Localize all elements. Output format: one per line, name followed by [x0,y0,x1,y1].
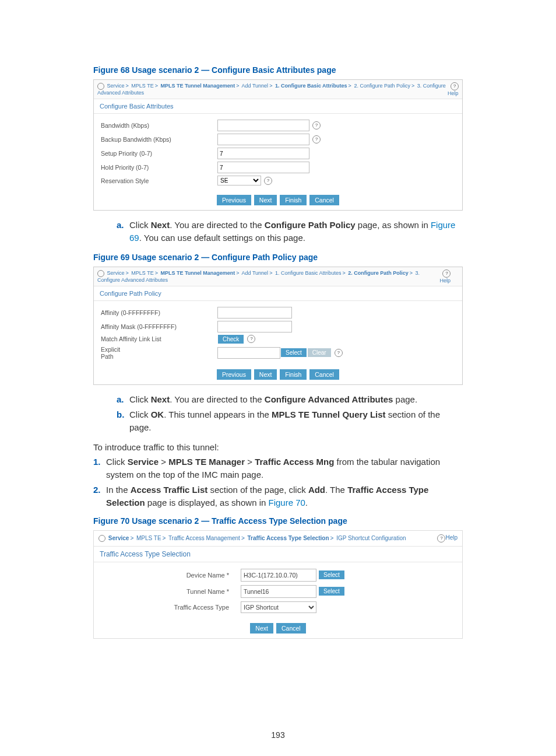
section-header: Traffic Access Type Selection [94,546,462,562]
list-marker: a. [117,393,129,406]
hold-priority-input[interactable] [217,162,309,173]
figure68-panel: Service> MPLS TE> MPLS TE Tunnel Managem… [93,79,463,211]
help-icon: ? [451,82,459,90]
check-button[interactable]: Check [218,335,244,344]
tunnel-name-input[interactable] [241,585,316,598]
device-name-input[interactable] [241,569,316,582]
help-icon[interactable]: ? [312,135,321,144]
next-button[interactable]: Next [250,623,273,634]
figure70-panel: Service> MPLS TE> Traffic Access Managem… [93,530,463,639]
list-marker: 1. [93,456,106,481]
explicit-path-label: Explicit Path [101,346,217,360]
list-marker: 2. [93,484,106,509]
reservation-style-label: Reservation Style [101,177,217,184]
instruction-text: Click OK. This tunnel appears in the MPL… [129,408,463,434]
next-button[interactable]: Next [254,369,277,380]
affinity-mask-label: Affinity Mask (0-FFFFFFFF) [101,323,217,330]
page-number: 193 [0,730,556,740]
bc-item[interactable]: 1. Configure Basic Attributes [275,270,342,276]
help-icon: ? [437,534,445,542]
figure70-caption: Figure 70 Usage scenario 2 — Traffic Acc… [93,516,463,526]
help-icon[interactable]: ? [312,121,321,130]
cancel-button[interactable]: Cancel [309,369,339,380]
bc-item[interactable]: 2. Configure Path Policy [354,83,410,89]
bc-item[interactable]: Traffic Access Management [168,535,240,541]
cancel-button[interactable]: Cancel [309,195,339,205]
instruction-text: In the Access Traffic List section of th… [106,484,463,509]
bc-item[interactable]: Service [107,83,125,89]
bc-item[interactable]: Service [107,270,125,276]
cancel-button[interactable]: Cancel [276,623,306,634]
bc-item[interactable]: MPLS TE Tunnel Management [160,270,235,276]
figure69-panel: Service> MPLS TE> MPLS TE Tunnel Managem… [93,267,463,385]
instruction-text: Click Service > MPLS TE Manager > Traffi… [106,456,463,481]
reservation-style-select[interactable]: SE [217,176,261,186]
match-affinity-label: Match Affinity Link List [101,335,217,342]
figure68-caption: Figure 68 Usage scenario 2 — Configure B… [93,65,463,75]
backup-bw-label: Backup Bandwidth (Kbps) [101,136,217,143]
select-button[interactable]: Select [281,348,307,357]
next-button[interactable]: Next [254,195,277,205]
bc-item[interactable]: Add Tunnel [242,270,269,276]
help-link[interactable]: ?Help [439,270,459,284]
list-marker: a. [117,219,129,244]
traffic-access-type-label: Traffic Access Type [101,604,241,611]
bc-item[interactable]: MPLS TE [131,83,153,89]
backup-bw-input[interactable] [217,134,309,145]
instruction-text: Click Next. You are directed to the Conf… [129,219,463,244]
globe-icon [97,83,104,90]
list-marker: b. [117,408,129,434]
bc-item[interactable]: MPLS TE Tunnel Management [160,83,235,89]
help-link[interactable]: ?Help [434,534,458,542]
setup-priority-label: Setup Priority (0-7) [101,150,217,157]
fig70-breadcrumb: Service> MPLS TE> Traffic Access Managem… [94,531,462,546]
bandwidth-input[interactable] [217,120,309,131]
finish-button[interactable]: Finish [280,195,307,205]
select-button[interactable]: Select [319,570,344,579]
section-header: Configure Path Policy [94,286,462,301]
figure70-link[interactable]: Figure 70 [268,498,305,508]
bc-item[interactable]: Add Tunnel [242,83,269,89]
bandwidth-label: Bandwidth (Kbps) [101,122,217,129]
globe-icon [97,270,104,277]
device-name-label: Device Name * [101,572,241,579]
traffic-access-type-select[interactable]: IGP Shortcut [241,601,316,613]
explicit-path-input[interactable] [217,347,280,359]
figure69-caption: Figure 69 Usage scenario 2 — Configure P… [93,253,463,262]
section-header: Configure Basic Attributes [94,99,462,114]
fig68-breadcrumb: Service> MPLS TE> MPLS TE Tunnel Managem… [94,80,462,99]
bc-item[interactable]: Traffic Access Type Selection [248,535,329,541]
help-icon[interactable]: ? [247,335,255,343]
select-button[interactable]: Select [319,587,344,596]
bc-item[interactable]: 2. Configure Path Policy [348,270,409,276]
tunnel-name-label: Tunnel Name * [101,588,241,595]
affinity-mask-input[interactable] [217,321,292,332]
clear-button[interactable]: Clear [308,348,331,357]
previous-button[interactable]: Previous [217,195,251,205]
bc-item[interactable]: IGP Shortcut Configuration [336,535,406,541]
intro-text: To introduce traffic to this tunnel: [93,442,463,452]
bc-item[interactable]: 1. Configure Basic Attributes [275,83,347,89]
setup-priority-input[interactable] [217,148,309,159]
bc-item[interactable]: MPLS TE [136,535,161,541]
finish-button[interactable]: Finish [280,369,307,380]
fig69-breadcrumb: Service> MPLS TE> MPLS TE Tunnel Managem… [94,267,462,286]
affinity-input[interactable] [217,307,292,318]
help-icon[interactable]: ? [264,177,272,185]
previous-button[interactable]: Previous [217,369,251,380]
bc-item[interactable]: Service [108,535,129,541]
help-icon[interactable]: ? [335,349,343,357]
help-icon: ? [442,270,451,278]
instruction-text: Click Next. You are directed to the Conf… [129,393,463,406]
help-link[interactable]: ?Help [448,82,459,96]
hold-priority-label: Hold Priority (0-7) [101,164,217,171]
bc-item[interactable]: MPLS TE [131,270,153,276]
affinity-label: Affinity (0-FFFFFFFF) [101,309,217,316]
gear-icon [98,535,105,542]
